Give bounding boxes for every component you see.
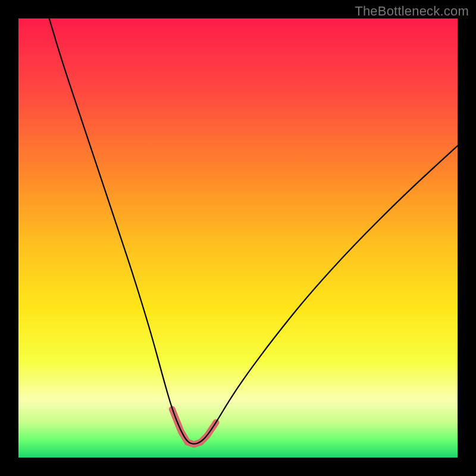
watermark-text: TheBottleneck.com [355,4,469,19]
bottleneck-curve [49,18,458,444]
chart-svg [18,18,458,458]
chart-frame: TheBottleneck.com [0,0,476,476]
